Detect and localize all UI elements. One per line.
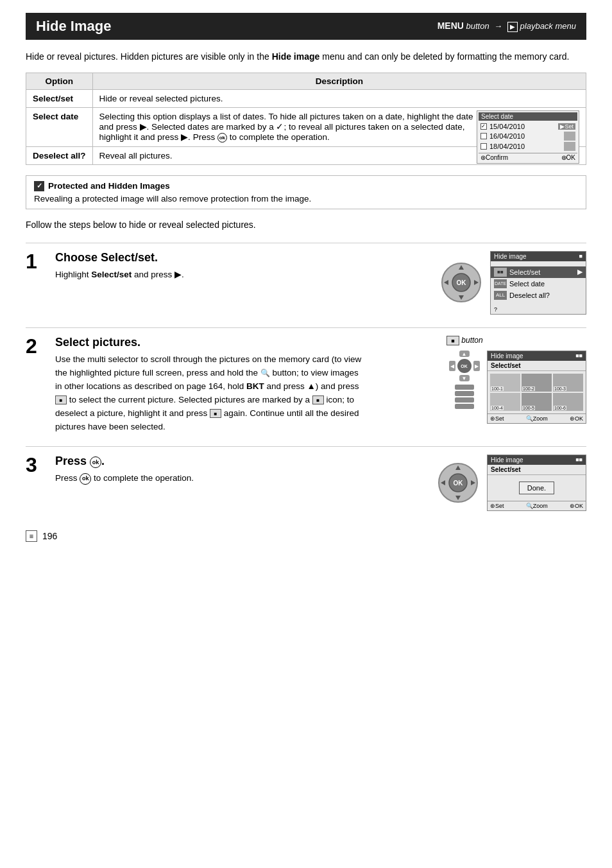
- date-1: 15/04/2010: [489, 123, 558, 130]
- cs-title-2: Hide image ■■: [488, 351, 586, 361]
- cs-subtitle-3: Select/set: [488, 465, 586, 475]
- desc-selectdate: Selecting this option displays a list of…: [92, 108, 586, 147]
- intro-text1: Hide or reveal pictures. Hidden pictures…: [26, 51, 272, 62]
- step-2-number: 2: [26, 336, 45, 434]
- ms-side-btn-2: [455, 391, 474, 396]
- step-1-number: 1: [26, 251, 45, 315]
- arrow-icon: →: [494, 21, 502, 31]
- thumb-label-2: 100-2: [522, 386, 535, 391]
- step-3-body: Press ok to complete the operation.: [55, 472, 425, 485]
- cs-icon-selectdate: DATE: [494, 279, 507, 288]
- step-1-camera-screen: Hide image ■ ■■ Select/set ▶ DATE Select…: [490, 251, 586, 315]
- ms-side-btn-3: [455, 397, 474, 403]
- cs-subtitle-2: Select/set: [488, 361, 586, 371]
- sds-footer: ⊛Confirm ⊛OK: [479, 153, 577, 162]
- thumb-1: 100-1: [490, 374, 520, 392]
- cs-row-selectdate: DATE Select date: [491, 278, 586, 290]
- step-1-content: Choose Select/set. Highlight Select/set …: [55, 251, 429, 315]
- ms-left: ◀: [449, 361, 455, 371]
- ms-right: ▶: [473, 361, 480, 371]
- thumb-icon-label: ■: [446, 336, 459, 345]
- page-header: Hide Image MENU button → ▶ playback menu: [26, 13, 586, 40]
- note-box: ✓ Protected and Hidden Images Revealing …: [26, 175, 586, 209]
- cs-title-text-2: Hide image: [491, 352, 523, 360]
- step-2-title: Select pictures.: [55, 336, 436, 349]
- cs-label-selectset: Select/set: [509, 268, 540, 276]
- header-menu-info: MENU button → ▶ playback menu: [438, 21, 576, 32]
- step-1-title-bold: Select/set.: [101, 251, 158, 264]
- sds-ok: ⊛OK: [561, 154, 575, 161]
- ok-button-graphic-1: OK: [439, 260, 484, 305]
- note-title: ✓ Protected and Hidden Images: [34, 181, 578, 191]
- cs-icon-selectset: ■■: [494, 268, 507, 277]
- cs-footer-ok: ⊛OK: [570, 415, 583, 422]
- sds-row-1: 15/04/2010 ▶Set: [479, 122, 577, 131]
- follow-text: Follow the steps below to hide or reveal…: [26, 220, 586, 230]
- cs-title-text-3: Hide image: [491, 456, 523, 464]
- step-2-visuals: ▲ ◀ OK ▶ ▼ Hide image ■: [446, 351, 586, 424]
- step-1-body: Highlight Select/set and press ▶.: [55, 268, 429, 282]
- option-deselectall: Deselect all?: [26, 146, 93, 164]
- step-2-content: Select pictures. Use the multi selector …: [55, 336, 436, 434]
- intro-paragraph: Hide or reveal pictures. Hidden pictures…: [26, 50, 586, 64]
- step-3-camera-screen: Hide image ■■ Select/set Done. ⊛Set 🔍Zoo…: [487, 455, 586, 511]
- ms-side-btn-4: [455, 404, 474, 409]
- step-3-images: OK Hide image ■■ Select/set Done. ⊛Set 🔍…: [436, 455, 586, 511]
- thumb-3: [564, 142, 575, 151]
- page-footer: ≡ 196: [26, 530, 586, 542]
- cs-title-1: Hide image ■: [491, 252, 586, 261]
- sds-row-2: 16/04/2010: [479, 131, 577, 141]
- cs-spacer-1: [491, 261, 586, 266]
- page-title: Hide Image: [36, 18, 111, 35]
- thumb-5: 100-5: [522, 393, 552, 411]
- thumb-label-4: 100-4: [491, 406, 504, 410]
- cs-footer-set-3: ⊛Set: [490, 503, 504, 509]
- note-icon: ✓: [34, 181, 44, 191]
- checkbox-3: [480, 143, 487, 150]
- ok-icon-step3-title: ok: [90, 456, 101, 468]
- intro-text2: menu and can only be deleted by formatti…: [319, 51, 569, 62]
- ok-icon-step3-body: ok: [80, 473, 91, 485]
- select-date-screenshot: Select date 15/04/2010 ▶Set 16/04/2010 1…: [477, 110, 579, 164]
- step-3-content: Press ok. Press ok to complete the opera…: [55, 455, 425, 511]
- checkbox-2: [480, 133, 487, 139]
- cs-title-icon-1: ■: [579, 253, 582, 260]
- ok-icon-inline: ok: [217, 133, 227, 143]
- thumb-label-3: 100-3: [554, 386, 566, 391]
- cs-footer-2: ⊛Set 🔍Zoom ⊛OK: [488, 413, 586, 423]
- cs-footer-zoom: 🔍Zoom: [526, 415, 548, 422]
- date-2: 16/04/2010: [489, 132, 563, 140]
- thumb-label-5: 100-5: [522, 406, 535, 410]
- step-1: 1 Choose Select/set. Highlight Select/se…: [26, 243, 586, 315]
- thumb-3: 100-3: [553, 374, 583, 392]
- thumb-icon-inline-2: ■: [312, 395, 324, 404]
- step-2-camera-screen: Hide image ■■ Select/set 100-1 100-2 100…: [487, 351, 586, 424]
- ms-ok: OK: [457, 359, 472, 373]
- bkt-bold: BKT: [246, 381, 264, 391]
- col-option-header: Option: [26, 73, 93, 90]
- cs-title-text-1: Hide image: [494, 253, 527, 260]
- ms-down: ▼: [459, 375, 470, 381]
- button-label: button: [466, 21, 489, 31]
- table-row-selectset: Select/set Hide or reveal selected pictu…: [26, 90, 586, 108]
- menu-word: MENU: [438, 21, 464, 31]
- options-table: Option Description Select/set Hide or re…: [26, 73, 586, 165]
- ms-side-btn-1: [455, 385, 474, 390]
- step-2-body: Use the multi selector to scroll through…: [55, 353, 363, 434]
- ms-side-buttons: [455, 385, 474, 409]
- step-2-images: ■ button ▲ ◀ OK ▶ ▼: [446, 336, 586, 434]
- playback-icon: ▶: [507, 22, 518, 32]
- date-3: 18/04/2010: [489, 143, 563, 150]
- cs-title-icon-3: ■■: [575, 456, 582, 464]
- cs-icon-deselectall: ALL: [494, 291, 507, 300]
- cs-footer-set: ⊛Set: [490, 415, 504, 422]
- cs-footer-ok-3: ⊛OK: [570, 503, 583, 509]
- thumb-6: 100-6: [553, 393, 583, 411]
- zoom-icon-inline: 🔍: [260, 369, 270, 378]
- set-btn-1: ▶Set: [558, 123, 575, 130]
- svg-text:OK: OK: [457, 279, 467, 286]
- ok-button-graphic-3: OK: [436, 460, 480, 505]
- cs-footer-zoom-3: 🔍Zoom: [526, 503, 548, 509]
- option-selectdate: Select date: [26, 108, 93, 147]
- cs-label-selectdate: Select date: [509, 280, 545, 288]
